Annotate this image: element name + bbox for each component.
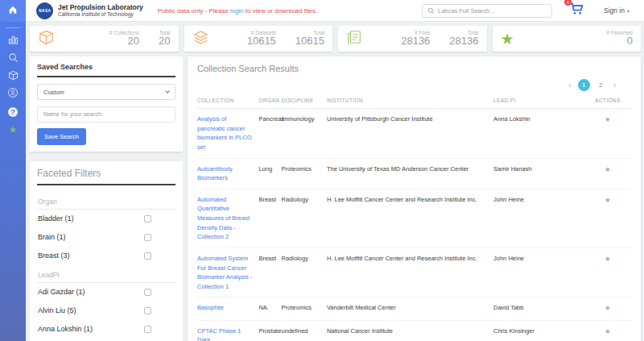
stat-total-value: 10615 [295,35,324,48]
divider [37,76,175,77]
stat-card-collections: # Collections 20 Total 20 [30,26,179,52]
filter-item-label: Bladder (1) [38,214,74,222]
brand-title: Jet Propulsion Laboratory [58,3,143,11]
nav-search-button[interactable] [0,50,26,68]
organ-cell: Breast [258,189,281,247]
filter-item: Alvin Liu (5) [37,301,175,320]
search-name-input[interactable] [37,106,175,123]
filter-checkbox[interactable] [144,326,151,333]
results-panel: Collection Search Results ‹ 12› Collecti… [188,56,641,341]
filter-checkbox[interactable] [144,215,151,222]
filter-item: Brain (1) [37,228,175,247]
favorite-star-icon[interactable]: ★ [605,165,611,173]
home-icon [8,3,18,18]
col-header-organ[interactable]: Organ [258,93,281,109]
table-row: Basophile NA. Proteomics Vanderbilt Medi… [197,297,631,320]
full-search-box [422,4,552,18]
col-header-actions: Actions [589,93,631,109]
star-icon: ★ [9,125,18,135]
save-search-button[interactable]: Save Search [37,128,86,145]
faceted-filters-title: Faceted Filters [37,168,175,179]
leadpi-cell: Samir Hanash [493,158,589,189]
filter-group: LeadPI Adi Gazdar (1) Alvin Liu (5) Anna… [37,265,175,339]
stat-value: 10615 [247,35,276,48]
collection-link[interactable]: Autoantibody Biomarkers [197,165,233,182]
table-header-row: Collection Organ Discipline Institution … [197,93,631,109]
stat-card-favorited: ★ # Favorited 0 [493,26,642,52]
saved-search-preset-select[interactable]: Custom [37,84,175,100]
organ-cell: Prostate [258,320,281,341]
home-button[interactable] [0,0,26,22]
table-row: Automated Quantitative Measures of Breas… [197,189,631,247]
leadpi-cell: Anna Lokshin [493,109,589,159]
col-header-leadpi[interactable]: Lead PI [493,93,589,109]
col-header-discipline[interactable]: Discipline [282,93,327,109]
filter-groups: Organ Bladder (1) Brain (1) Breast (3) L… [37,192,175,341]
col-header-institution[interactable]: Institution [327,93,493,109]
page-button-1[interactable]: 1 [578,79,590,91]
pagination: ‹ 12› [197,79,620,91]
leadpi-cell: David Tabb [493,297,589,320]
organ-cell: Pancreas [258,109,281,159]
chevron-down-icon [165,89,170,94]
search-icon [8,52,19,66]
table-row: CPTAC Phase 1 Data Prostate undefined Na… [197,320,631,341]
institution-cell: University of Pittsburgh Cancer Institut… [327,109,493,159]
favorite-star-icon[interactable]: ★ [605,255,611,263]
col-header-collection[interactable]: Collection [197,93,258,109]
divider [37,184,175,185]
nav-help-button[interactable]: ? [0,103,26,121]
nav-account-button[interactable] [0,85,26,103]
stat-card-files: # Files 28136 Total 28136 [338,26,487,52]
institution-cell: H. Lee Moffitt Cancer Center and Researc… [327,189,493,247]
collection-link[interactable]: Automated System For Breast Cancer Bioma… [197,255,252,290]
filter-item: Breast (3) [37,247,175,265]
filter-checkbox[interactable] [144,307,151,314]
prev-page-icon[interactable]: ‹ [568,81,571,89]
filter-checkbox[interactable] [144,289,151,296]
filter-item-label: Breast (3) [38,252,70,260]
filter-group: Organ Bladder (1) Brain (1) Breast (3) [37,192,175,265]
collection-link[interactable]: Basophile [197,304,224,311]
collection-link[interactable]: Analysis of pancreatic cancer biomarkers… [197,115,252,151]
filter-checkbox[interactable] [144,252,151,260]
discipline-cell: Radiology [282,247,327,297]
sign-in-menu[interactable]: Sign in ▾ [604,6,630,15]
login-link[interactable]: login [230,7,244,15]
saved-searches-card: Saved Searches Custom Save Search [30,56,183,152]
filter-item-label: Alvin Liu (5) [38,306,76,314]
public-data-notice: Public data only - Pleaseloginto view or… [158,7,317,15]
collection-link[interactable]: Automated Quantitative Measures of Breas… [197,196,250,241]
filter-item: Anna Lokshin (1) [37,320,175,339]
table-row: Automated System For Breast Cancer Bioma… [197,247,631,297]
stat-value: 28136 [401,35,430,48]
favorite-star-icon[interactable]: ★ [605,327,611,335]
collection-link[interactable]: CPTAC Phase 1 Data [197,327,241,341]
filter-item-label: Anna Lokshin (1) [38,325,93,333]
cart-button[interactable]: 0 [568,2,584,19]
nav-collections-button[interactable] [0,68,26,85]
next-page-icon[interactable]: › [613,81,616,89]
table-row: Analysis of pancreatic cancer biomarkers… [197,109,631,159]
discipline-cell: Proteomics [282,297,327,320]
favorite-star-icon[interactable]: ★ [605,304,611,312]
files-document-icon [346,29,362,48]
stat-value: 0 [606,35,633,48]
results-title: Collection Search Results [197,64,631,73]
filter-checkbox[interactable] [144,234,151,241]
nav-statistics-button[interactable] [0,32,26,50]
bar-chart-icon [8,34,19,48]
notice-prefix: Public data only - Please [158,7,229,15]
institution-cell: The University of Texas MD Anderson Canc… [327,158,493,189]
nasa-logo: NASA [36,2,53,19]
nav-favorites-button[interactable]: ★ [0,121,26,139]
discipline-cell: Immunology [282,109,327,159]
filter-item: Adi Gazdar (1) [37,283,175,301]
favorite-star-icon[interactable]: ★ [605,115,611,123]
search-input[interactable] [438,7,547,15]
collections-cube-icon [38,29,55,49]
favorite-star-icon[interactable]: ★ [605,196,611,204]
stat-total-value: 28136 [449,35,478,48]
page-button-2[interactable]: 2 [595,79,607,91]
cart-icon [568,5,584,19]
